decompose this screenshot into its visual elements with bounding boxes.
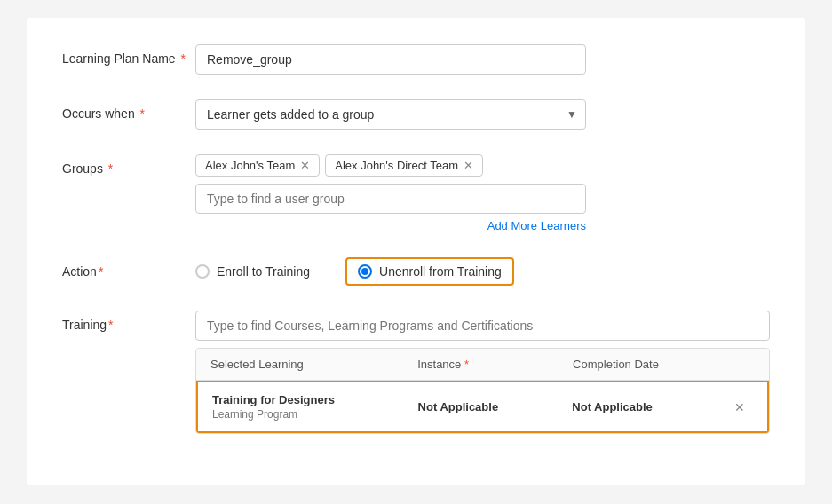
learning-plan-name-field (195, 44, 770, 75)
occurs-when-select[interactable]: Learner gets added to a group (195, 99, 586, 130)
group-tag-2-close[interactable]: ✕ (464, 160, 473, 171)
group-tag-1-label: Alex John's Team (205, 159, 295, 172)
training-table: Selected Learning Instance * Completion … (195, 348, 770, 434)
unenroll-radio-label: Unenroll from Training (379, 264, 502, 279)
training-row: Training* Selected Learning Instance * C… (62, 311, 770, 434)
col-selected-learning: Selected Learning (210, 358, 417, 371)
group-tag-2-label: Alex John's Direct Team (335, 159, 458, 172)
action-row: Action* Enroll to Training Unenroll from… (62, 257, 770, 286)
group-tag-1-close[interactable]: ✕ (300, 160, 310, 171)
groups-tags-container: Alex John's Team ✕ Alex John's Direct Te… (195, 154, 770, 177)
training-search-input[interactable] (195, 311, 770, 341)
training-field: Selected Learning Instance * Completion … (195, 311, 770, 434)
learning-plan-name-label: Learning Plan Name * (62, 44, 195, 66)
groups-row: Groups * Alex John's Team ✕ Alex John's … (62, 154, 770, 232)
learning-plan-name-row: Learning Plan Name * (62, 44, 770, 75)
training-name: Training for Designers (212, 393, 418, 406)
training-row-close[interactable]: ✕ (726, 400, 753, 414)
training-instance: Not Applicable (418, 400, 573, 413)
occurs-when-field: Learner gets added to a group ▼ (195, 99, 770, 130)
group-search-input[interactable] (195, 184, 586, 214)
action-radio-group: Enroll to Training Unenroll from Trainin… (195, 257, 770, 286)
action-label: Action* (62, 257, 195, 279)
action-field: Enroll to Training Unenroll from Trainin… (195, 257, 770, 286)
training-type: Learning Program (212, 408, 418, 421)
unenroll-radio-option[interactable]: Unenroll from Training (345, 257, 514, 286)
learning-plan-name-input[interactable] (195, 44, 586, 75)
col-completion-date: Completion Date (573, 358, 728, 371)
occurs-when-label: Occurs when * (62, 99, 195, 121)
training-completion-date: Not Applicable (572, 400, 726, 413)
groups-field: Alex John's Team ✕ Alex John's Direct Te… (195, 154, 770, 232)
add-more-learners-link[interactable]: Add More Learners (195, 219, 586, 232)
enroll-radio-option[interactable]: Enroll to Training (195, 264, 310, 279)
group-tag-2: Alex John's Direct Team ✕ (325, 154, 483, 177)
training-table-header: Selected Learning Instance * Completion … (196, 349, 769, 381)
group-tag-1: Alex John's Team ✕ (195, 154, 320, 177)
training-label: Training* (62, 311, 195, 332)
occurs-when-select-wrapper: Learner gets added to a group ▼ (195, 99, 586, 130)
col-instance: Instance * (417, 358, 573, 371)
unenroll-radio-circle (358, 264, 372, 279)
training-name-cell: Training for Designers Learning Program (212, 393, 418, 421)
occurs-when-row: Occurs when * Learner gets added to a gr… (62, 99, 770, 130)
form-container: Learning Plan Name * Occurs when * Learn… (27, 18, 805, 485)
enroll-radio-circle (195, 264, 210, 279)
groups-label: Groups * (62, 154, 195, 176)
enroll-radio-label: Enroll to Training (217, 264, 310, 279)
training-table-row: Training for Designers Learning Program … (196, 381, 769, 433)
